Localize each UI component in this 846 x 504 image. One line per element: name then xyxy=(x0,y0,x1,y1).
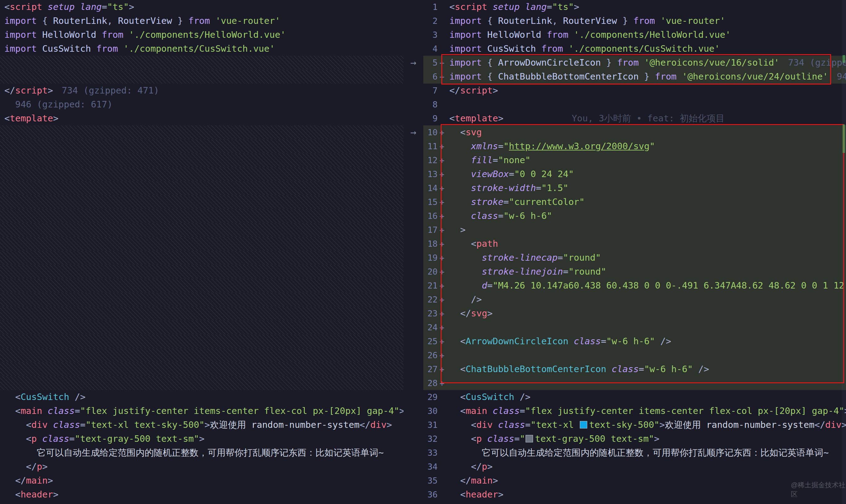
line-number[interactable]: 5 xyxy=(423,56,437,70)
line-number[interactable]: 33 xyxy=(423,446,437,460)
line-number[interactable]: 7 xyxy=(423,84,437,97)
code-line[interactable]: 29 <CusSwitch /> xyxy=(423,390,846,404)
code-line[interactable]: 15+ stroke="currentColor" xyxy=(423,195,846,209)
line-number[interactable]: 12 xyxy=(423,153,437,167)
code-line[interactable]: 2import { RouterLink, RouterView } from … xyxy=(423,14,846,28)
code-line[interactable]: <header> xyxy=(0,488,403,502)
code-line[interactable]: </script>734 (gzipped: 471) xyxy=(0,84,403,97)
line-number[interactable]: 25 xyxy=(423,334,437,348)
code-line[interactable]: 31 <div class="text-xl text-sky-500">欢迎使… xyxy=(423,418,846,432)
overview-ruler[interactable] xyxy=(842,0,846,504)
line-number[interactable]: 20 xyxy=(423,265,437,278)
code-line[interactable]: </main> xyxy=(0,474,403,488)
line-number[interactable]: 31 xyxy=(423,418,437,432)
line-number[interactable]: 27 xyxy=(423,362,437,376)
code-line[interactable]: 23+ </svg> xyxy=(423,306,846,320)
code-line[interactable]: <template> xyxy=(0,111,403,125)
code-token: < xyxy=(4,406,20,416)
line-number[interactable]: 35 xyxy=(423,474,437,488)
line-number[interactable]: 14 xyxy=(423,181,437,195)
code-line[interactable]: 28+ xyxy=(423,376,846,390)
code-line[interactable]: </p> xyxy=(0,460,403,474)
code-line[interactable]: <div class="text-xl text-sky-500">欢迎使用 r… xyxy=(0,418,403,432)
line-number[interactable]: 13 xyxy=(423,167,437,181)
code-line[interactable]: 36 <header> xyxy=(423,488,846,502)
code-line[interactable]: 35 </main> xyxy=(423,474,846,488)
code-text xyxy=(4,209,403,223)
code-line[interactable]: 6+import { ChatBubbleBottomCenterIcon } … xyxy=(423,70,846,84)
code-line[interactable]: 33 它可以自动生成给定范围内的随机正整数，可用帮你打乱顺序记东西：比如记英语单… xyxy=(423,446,846,460)
code-line[interactable]: <p class="text-gray-500 text-sm"> xyxy=(0,432,403,446)
code-line[interactable]: <main class="flex justify-center items-c… xyxy=(0,404,403,418)
code-token: './components/CusSwitch.vue' xyxy=(123,43,275,54)
line-number[interactable]: 32 xyxy=(423,432,437,446)
code-line[interactable]: 5+import { ArrowDownCircleIcon } from '@… xyxy=(423,56,846,70)
code-line[interactable]: 12+ fill="none" xyxy=(423,153,846,167)
code-line[interactable]: 34 </p> xyxy=(423,460,846,474)
diff-change-arrow-icon[interactable]: → xyxy=(406,125,421,139)
code-line[interactable]: import { RouterLink, RouterView } from '… xyxy=(0,14,403,28)
code-line[interactable]: 14+ stroke-width="1.5" xyxy=(423,181,846,195)
line-number[interactable]: 6 xyxy=(423,70,437,84)
line-number[interactable]: 37 xyxy=(423,502,437,504)
code-line[interactable]: 21+ d="M4.26 10.147a60.438 60.438 0 0 0-… xyxy=(423,278,846,292)
code-line[interactable]: 3import HelloWorld from './components/He… xyxy=(423,28,846,42)
line-number[interactable]: 36 xyxy=(423,488,437,502)
code-line[interactable]: 16+ class="w-6 h-6" xyxy=(423,209,846,223)
line-number[interactable]: 3 xyxy=(423,28,437,42)
line-number[interactable]: 15 xyxy=(423,195,437,209)
line-number[interactable]: 10 xyxy=(423,125,437,139)
code-line[interactable]: <script setup lang="ts"> xyxy=(0,0,403,14)
code-line[interactable]: 30 <main class="flex justify-center item… xyxy=(423,404,846,418)
code-line[interactable]: 20+ stroke-linejoin="round" xyxy=(423,265,846,278)
diff-modified-pane[interactable]: 1<script setup lang="ts">2import { Route… xyxy=(423,0,846,504)
code-line[interactable]: 37 <img alt="Vue logo" class="logo" src=… xyxy=(423,502,846,504)
diff-change-arrow-icon[interactable]: → xyxy=(406,56,421,70)
code-line[interactable]: 1<script setup lang="ts"> xyxy=(423,0,846,14)
code-line[interactable]: 22+ /> xyxy=(423,292,846,306)
code-line[interactable]: 18+ <path xyxy=(423,237,846,251)
code-line[interactable]: import CusSwitch from './components/CusS… xyxy=(0,42,403,56)
code-token: /> xyxy=(514,392,531,402)
code-text: stroke="currentColor" xyxy=(449,195,846,209)
line-number[interactable]: 28 xyxy=(423,376,437,390)
code-line[interactable]: 24+ xyxy=(423,320,846,334)
code-line[interactable]: 13+ viewBox="0 0 24 24" xyxy=(423,167,846,181)
code-line[interactable]: 946 (gzipped: 617) xyxy=(0,97,403,111)
code-line[interactable]: import HelloWorld from './components/Hel… xyxy=(0,28,403,42)
diff-original-pane[interactable]: <script setup lang="ts">import { RouterL… xyxy=(0,0,404,504)
code-line[interactable]: <CusSwitch /> xyxy=(0,390,403,404)
line-number[interactable]: 22 xyxy=(423,292,437,306)
code-line[interactable]: 7</script> xyxy=(423,84,846,97)
line-number[interactable]: 24 xyxy=(423,320,437,334)
code-line[interactable]: 17+ > xyxy=(423,223,846,237)
code-line[interactable]: 4import CusSwitch from './components/Cus… xyxy=(423,42,846,56)
code-line[interactable]: 10+ <svg xyxy=(423,125,846,139)
code-line[interactable]: 19+ stroke-linecap="round" xyxy=(423,251,846,265)
code-line[interactable]: 32 <p class="text-gray-500 text-sm"> xyxy=(423,432,846,446)
code-line[interactable]: 25+ <ArrowDownCircleIcon class="w-6 h-6"… xyxy=(423,334,846,348)
line-number[interactable]: 19 xyxy=(423,251,437,265)
line-number[interactable]: 29 xyxy=(423,390,437,404)
line-number[interactable]: 1 xyxy=(423,0,437,14)
line-number[interactable]: 17 xyxy=(423,223,437,237)
line-number[interactable]: 9 xyxy=(423,111,437,125)
code-line[interactable]: 11+ xmlns="http://www.w3.org/2000/svg" xyxy=(423,139,846,153)
line-number[interactable]: 4 xyxy=(423,42,437,56)
line-number[interactable]: 8 xyxy=(423,97,437,111)
code-line[interactable]: 它可以自动生成给定范围内的随机正整数，可用帮你打乱顺序记东西：比如记英语单词~ xyxy=(0,446,403,460)
line-number[interactable]: 2 xyxy=(423,14,437,28)
code-line[interactable]: 8 xyxy=(423,97,846,111)
line-number[interactable]: 23 xyxy=(423,306,437,320)
line-number[interactable]: 34 xyxy=(423,460,437,474)
line-number[interactable]: 21 xyxy=(423,278,437,292)
line-number[interactable]: 26 xyxy=(423,348,437,362)
code-line[interactable]: <img alt="Vue logo" class="logo" src="@/… xyxy=(0,502,403,504)
line-number[interactable]: 11 xyxy=(423,139,437,153)
line-number[interactable]: 18 xyxy=(423,237,437,251)
code-line[interactable]: 9<template>You, 3小时前 • feat: 初始化项目 xyxy=(423,111,846,125)
line-number[interactable]: 30 xyxy=(423,404,437,418)
code-line[interactable]: 26+ xyxy=(423,348,846,362)
code-line[interactable]: 27+ <ChatBubbleBottomCenterIcon class="w… xyxy=(423,362,846,376)
line-number[interactable]: 16 xyxy=(423,209,437,223)
